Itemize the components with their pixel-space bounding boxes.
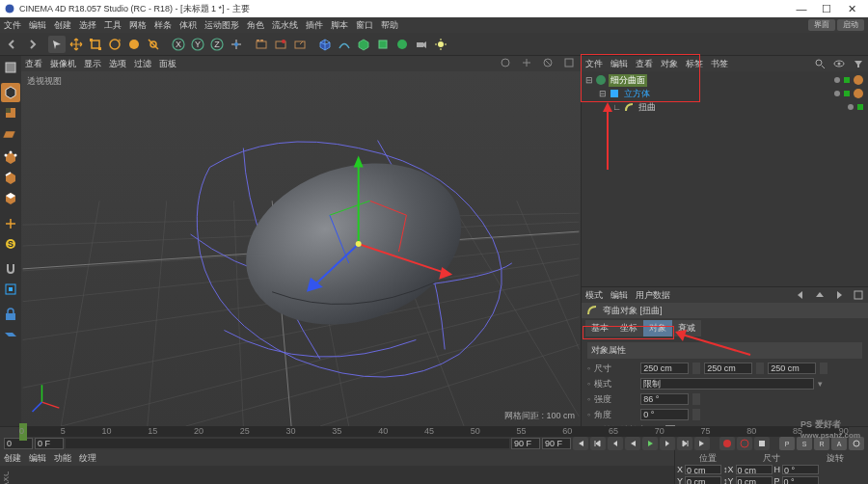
- x-axis-button[interactable]: X: [170, 36, 187, 53]
- rotate-button[interactable]: [106, 36, 123, 53]
- mat-create[interactable]: 创建: [4, 452, 21, 465]
- camera-button[interactable]: [413, 36, 430, 53]
- mat-edit[interactable]: 编辑: [29, 452, 46, 465]
- om-bookmarks[interactable]: 书签: [711, 58, 728, 70]
- size-x-field[interactable]: 250 cm: [640, 363, 689, 374]
- menu-character[interactable]: 角色: [247, 19, 264, 32]
- layout-switcher[interactable]: 界面 启动: [808, 19, 864, 31]
- object-tree[interactable]: ⊟ 细分曲面 ⊟ 立方体: [582, 71, 868, 116]
- key-p-button[interactable]: P: [779, 437, 795, 450]
- generator-button[interactable]: [355, 36, 372, 53]
- size-y[interactable]: 0 cm: [736, 476, 773, 484]
- tab-object[interactable]: 对象: [643, 320, 672, 336]
- menu-spline[interactable]: 样条: [154, 19, 172, 32]
- size-y-field[interactable]: 250 cm: [704, 363, 752, 374]
- make-editable-button[interactable]: [1, 58, 20, 77]
- om-edit[interactable]: 编辑: [610, 58, 628, 70]
- attr-mode[interactable]: 模式: [585, 289, 603, 302]
- close-button[interactable]: ✕: [839, 3, 864, 15]
- vp-filter[interactable]: 过滤: [134, 58, 151, 70]
- render-settings-button[interactable]: [291, 36, 309, 53]
- prev-frame-button[interactable]: [608, 437, 623, 450]
- spline-button[interactable]: [336, 36, 353, 53]
- mat-function[interactable]: 功能: [54, 452, 71, 465]
- autokey-button[interactable]: [737, 437, 752, 450]
- phong-tag-icon[interactable]: [853, 74, 864, 86]
- workplane-snap-button[interactable]: [1, 280, 20, 299]
- tree-row-subdiv[interactable]: ⊟ 细分曲面: [585, 73, 864, 87]
- vp-camera[interactable]: 摄像机: [50, 58, 76, 70]
- vp-display[interactable]: 显示: [84, 58, 101, 70]
- menu-mograph[interactable]: 运动图形: [204, 19, 239, 32]
- tl-startframe[interactable]: 0 F: [35, 438, 64, 449]
- lock-button[interactable]: [145, 36, 162, 53]
- lasttool-button[interactable]: [125, 36, 143, 53]
- tree-row-bend[interactable]: ∟ 扭曲: [585, 100, 864, 114]
- play-back-button[interactable]: [625, 437, 640, 450]
- workplane-button[interactable]: [1, 123, 20, 143]
- scale-button[interactable]: [87, 36, 104, 53]
- perspective-viewport[interactable]: 透视视图: [21, 71, 581, 426]
- om-file[interactable]: 文件: [585, 58, 603, 70]
- keysel-button[interactable]: [754, 437, 770, 450]
- size-x[interactable]: 0 cm: [736, 465, 773, 474]
- mode-dropdown[interactable]: 限制: [640, 378, 814, 390]
- viewport-solo-button[interactable]: S: [1, 234, 20, 254]
- point-mode-button[interactable]: [1, 148, 20, 168]
- undo-button[interactable]: [4, 36, 21, 53]
- vp-nav-4-icon[interactable]: [563, 57, 577, 70]
- mat-texture[interactable]: 纹理: [79, 452, 96, 465]
- om-view[interactable]: 查看: [636, 58, 653, 70]
- deformer-button[interactable]: [374, 36, 392, 53]
- up-icon[interactable]: [814, 289, 826, 301]
- render-region-button[interactable]: [272, 36, 289, 53]
- tab-falloff[interactable]: 衰减: [672, 320, 701, 336]
- rot-h[interactable]: 0 °: [782, 465, 819, 474]
- minimize-button[interactable]: —: [789, 3, 814, 14]
- strength-field[interactable]: 86 °: [640, 393, 689, 405]
- tree-row-cube[interactable]: ⊟ 立方体: [585, 87, 864, 100]
- menu-edit[interactable]: 编辑: [29, 19, 46, 32]
- menu-volume[interactable]: 体积: [179, 19, 197, 32]
- pos-y[interactable]: 0 cm: [685, 476, 721, 484]
- coord-sys-button[interactable]: [228, 36, 245, 53]
- primitive-button[interactable]: [316, 36, 334, 53]
- vp-nav-3-icon[interactable]: [542, 57, 556, 70]
- light-button[interactable]: [432, 36, 449, 53]
- om-object[interactable]: 对象: [661, 58, 678, 70]
- vp-panel[interactable]: 面板: [159, 58, 176, 70]
- size-z-field[interactable]: 250 cm: [768, 363, 816, 374]
- tl-range-slider[interactable]: [66, 439, 509, 448]
- goto-start-button[interactable]: [573, 437, 588, 450]
- play-button[interactable]: [642, 437, 658, 450]
- menu-file[interactable]: 文件: [4, 19, 21, 32]
- edge-mode-button[interactable]: [1, 169, 20, 188]
- timeline-ruler[interactable]: 051015202530354045505560657075808590: [0, 427, 868, 437]
- z-axis-button[interactable]: Z: [208, 36, 226, 53]
- redo-button[interactable]: [23, 36, 41, 53]
- forward-icon[interactable]: [833, 289, 845, 301]
- menu-script[interactable]: 脚本: [331, 19, 348, 32]
- filter-icon[interactable]: [853, 58, 864, 69]
- material-manager[interactable]: 创建 编辑 功能 纹理: [0, 450, 675, 484]
- planar-workplane-button[interactable]: [1, 325, 20, 344]
- next-frame-button[interactable]: [660, 437, 675, 450]
- eye-icon[interactable]: [833, 58, 845, 69]
- snap-button[interactable]: [1, 259, 20, 279]
- next-key-button[interactable]: [677, 437, 692, 450]
- goto-end-button[interactable]: [694, 437, 710, 450]
- maximize-button[interactable]: ☐: [814, 3, 839, 15]
- menu-create[interactable]: 创建: [54, 19, 71, 32]
- model-mode-button[interactable]: [1, 83, 20, 102]
- locked-workplane-button[interactable]: [1, 305, 20, 324]
- back-icon[interactable]: [795, 289, 806, 301]
- manager-icon[interactable]: [853, 289, 864, 301]
- menu-mesh[interactable]: 网格: [129, 19, 147, 32]
- menu-tools[interactable]: 工具: [104, 19, 122, 32]
- vp-nav-1-icon[interactable]: [500, 57, 513, 70]
- live-select-button[interactable]: [48, 36, 66, 53]
- attr-edit[interactable]: 编辑: [610, 289, 628, 302]
- move-button[interactable]: [68, 36, 85, 53]
- tl-start[interactable]: 0: [4, 438, 33, 449]
- attr-userdata[interactable]: 用户数据: [636, 289, 670, 302]
